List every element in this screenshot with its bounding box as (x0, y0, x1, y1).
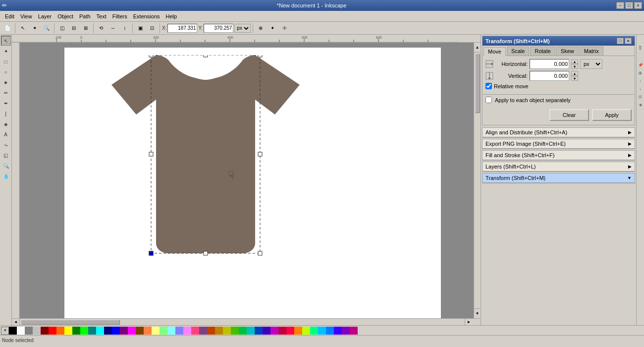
paint-bucket[interactable]: ◈ (1, 119, 11, 129)
color-swatch[interactable] (152, 327, 160, 335)
color-swatch[interactable] (239, 327, 247, 335)
color-swatch[interactable] (96, 327, 104, 335)
pencil-tool[interactable]: ✏ (1, 88, 11, 98)
color-swatch[interactable] (223, 327, 231, 335)
color-swatch[interactable] (247, 327, 255, 335)
right-btn3[interactable]: ↓ (637, 85, 644, 92)
horizontal-input[interactable] (530, 59, 569, 69)
unit-dropdown[interactable]: px mm cm in (580, 59, 602, 69)
color-swatch[interactable] (72, 327, 80, 335)
color-swatch[interactable] (49, 327, 56, 335)
menu-layer[interactable]: Layer (35, 12, 55, 20)
color-swatch[interactable] (302, 327, 310, 335)
horizontal-down[interactable]: ▼ (571, 64, 578, 69)
tshirt-canvas[interactable]: ☟ (111, 55, 300, 269)
right-btn1[interactable]: ⊞ (637, 69, 644, 76)
ellipse-tool[interactable]: ○ (1, 67, 11, 77)
apply-button[interactable]: Apply (592, 109, 632, 121)
color-swatch[interactable] (160, 327, 167, 335)
right-btn2[interactable]: ↑ (637, 77, 644, 84)
color-swatch[interactable] (41, 327, 49, 335)
tab-matrix[interactable]: Matrix (580, 47, 603, 56)
vertical-up[interactable]: ▲ (571, 71, 578, 76)
flip-v[interactable]: ↕ (119, 23, 130, 34)
group-btn[interactable]: ▣ (135, 23, 146, 34)
vertical-input[interactable] (530, 71, 569, 81)
select-tool[interactable]: ↖ (17, 23, 28, 34)
scroll-right-button[interactable]: ► (465, 319, 473, 326)
menu-path[interactable]: Path (76, 12, 94, 20)
pin-btn[interactable]: 📌 (637, 61, 644, 68)
canvas-scroll[interactable]: ☟ ▲ ▼ (20, 43, 481, 318)
coord-x-input[interactable] (167, 24, 197, 33)
color-swatch[interactable] (80, 327, 88, 335)
flip-h[interactable]: ↔ (107, 23, 118, 34)
menu-help[interactable]: Help (163, 12, 180, 20)
panel-header-2[interactable]: Fill and Stroke (Shift+Ctrl+F) ▶ (483, 151, 635, 160)
maximize-button[interactable]: □ (625, 2, 633, 9)
horizontal-scrollbar[interactable]: ◄ ► (12, 318, 481, 325)
color-swatch[interactable] (167, 327, 175, 335)
cursor-btn[interactable]: ☩ (279, 23, 290, 34)
color-swatch[interactable] (215, 327, 223, 335)
color-swatch[interactable] (175, 327, 183, 335)
color-swatch[interactable] (33, 327, 41, 335)
calligraphy-tool[interactable]: ∫ (1, 109, 11, 118)
zoom-tool[interactable]: 🔍 (41, 23, 52, 34)
tab-move[interactable]: Move (483, 47, 506, 56)
color-swatch[interactable] (294, 327, 302, 335)
color-swatch[interactable] (255, 327, 263, 335)
color-swatch[interactable] (318, 327, 326, 335)
menu-filters[interactable]: Filters (109, 12, 130, 20)
dropper-tool[interactable]: 💧 (1, 171, 11, 181)
align-center[interactable]: ⊟ (68, 23, 79, 34)
menu-extensions[interactable]: Extensions (130, 12, 163, 20)
color-swatch[interactable] (88, 327, 96, 335)
color-swatch[interactable] (136, 327, 144, 335)
relative-move-checkbox[interactable] (485, 83, 492, 89)
ungroup-btn[interactable]: ⊡ (147, 23, 158, 34)
menu-view[interactable]: View (17, 12, 35, 20)
color-swatch[interactable] (310, 327, 318, 335)
color-swatch[interactable] (64, 327, 72, 335)
color-swatch[interactable] (191, 327, 199, 335)
pen-tool[interactable]: ✒ (1, 98, 11, 108)
scroll-thumb-h[interactable] (21, 320, 120, 325)
minimize-button[interactable]: − (616, 2, 624, 9)
close-button[interactable]: × (634, 2, 642, 9)
star-tool[interactable]: ★ (1, 77, 11, 87)
horizontal-up[interactable]: ▲ (571, 59, 578, 64)
tab-skew[interactable]: Skew (556, 47, 579, 56)
scroll-left-button[interactable]: ◄ (12, 319, 20, 326)
color-swatch[interactable] (9, 327, 17, 335)
color-swatch[interactable] (104, 327, 112, 335)
selector-tool[interactable]: ↖ (1, 36, 11, 46)
right-btn5[interactable]: ◈ (637, 101, 644, 108)
panel-header-4[interactable]: Transform (Shift+Ctrl+M) ▼ (483, 174, 635, 183)
panel-header-0[interactable]: Align and Distribute (Shift+Ctrl+A) ▶ (483, 128, 635, 137)
zoom-tool-left[interactable]: 🔍 (1, 161, 11, 171)
color-swatch[interactable] (112, 327, 120, 335)
scroll-thumb-v[interactable] (475, 54, 480, 113)
color-swatch[interactable] (25, 327, 33, 335)
color-swatch[interactable] (326, 327, 334, 335)
unit-select[interactable]: px (234, 24, 251, 33)
node-edit-tool[interactable]: ✦ (1, 46, 11, 56)
no-fill-swatch[interactable]: ✕ (1, 327, 9, 335)
right-btn4[interactable]: ⊡ (637, 93, 644, 100)
color-swatch[interactable] (263, 327, 270, 335)
panel-header-3[interactable]: Layers (Shift+Ctrl+L) ▶ (483, 162, 635, 172)
arrange-btn[interactable]: Arr (637, 36, 644, 60)
menu-text[interactable]: Text (94, 12, 109, 20)
menu-edit[interactable]: Edit (2, 12, 17, 20)
panel-header-1[interactable]: Export PNG Image (Shift+Ctrl+E) ▶ (483, 139, 635, 149)
color-swatch[interactable] (286, 327, 294, 335)
panel-detach-button[interactable]: □ (617, 38, 624, 44)
align-right-bottom[interactable]: ⊞ (80, 23, 91, 34)
color-swatch[interactable] (120, 327, 128, 335)
color-swatch[interactable] (278, 327, 286, 335)
snap-nodes[interactable]: ✦ (267, 23, 278, 34)
text-tool[interactable]: A (1, 129, 11, 139)
rect-tool[interactable]: □ (1, 57, 11, 66)
transform-tool[interactable]: ⟲ (96, 23, 107, 34)
